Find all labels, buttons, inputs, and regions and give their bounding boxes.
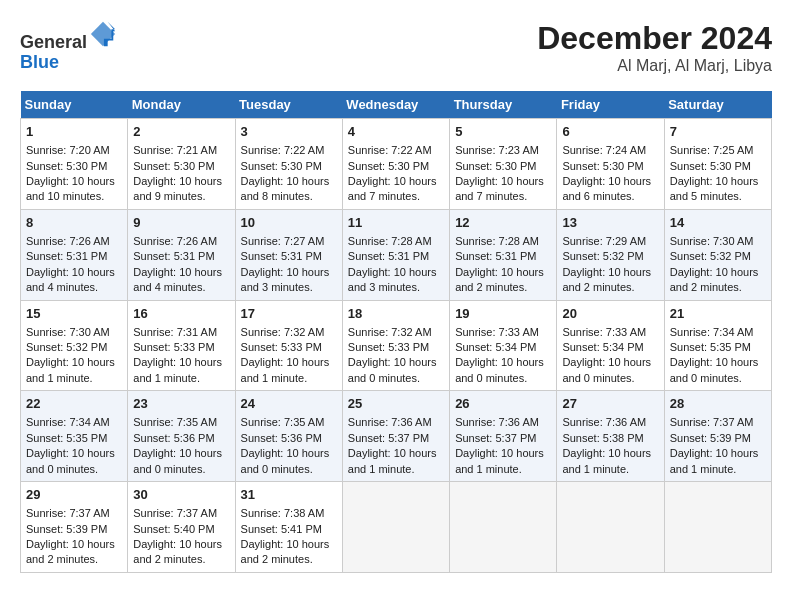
day-number: 27 bbox=[562, 395, 658, 413]
day-number: 5 bbox=[455, 123, 551, 141]
page-header: General Blue December 2024 Al Marj, Al M… bbox=[20, 20, 772, 75]
logo-blue: Blue bbox=[20, 52, 59, 72]
calendar-table: Sunday Monday Tuesday Wednesday Thursday… bbox=[20, 91, 772, 573]
day-number: 31 bbox=[241, 486, 337, 504]
day-number: 23 bbox=[133, 395, 229, 413]
logo: General Blue bbox=[20, 20, 117, 73]
day-number: 6 bbox=[562, 123, 658, 141]
day-cell: 3 Sunrise: 7:22 AMSunset: 5:30 PMDayligh… bbox=[235, 119, 342, 210]
day-cell: 30 Sunrise: 7:37 AMSunset: 5:40 PMDaylig… bbox=[128, 482, 235, 573]
day-cell: 23 Sunrise: 7:35 AMSunset: 5:36 PMDaylig… bbox=[128, 391, 235, 482]
day-number: 13 bbox=[562, 214, 658, 232]
empty-cell bbox=[557, 482, 664, 573]
day-cell: 8 Sunrise: 7:26 AMSunset: 5:31 PMDayligh… bbox=[21, 209, 128, 300]
empty-cell bbox=[342, 482, 449, 573]
day-number: 26 bbox=[455, 395, 551, 413]
day-cell: 27 Sunrise: 7:36 AMSunset: 5:38 PMDaylig… bbox=[557, 391, 664, 482]
day-number: 30 bbox=[133, 486, 229, 504]
day-cell: 15 Sunrise: 7:30 AMSunset: 5:32 PMDaylig… bbox=[21, 300, 128, 391]
empty-cell bbox=[450, 482, 557, 573]
day-cell: 19 Sunrise: 7:33 AMSunset: 5:34 PMDaylig… bbox=[450, 300, 557, 391]
day-number: 12 bbox=[455, 214, 551, 232]
header-tuesday: Tuesday bbox=[235, 91, 342, 119]
day-cell: 7 Sunrise: 7:25 AMSunset: 5:30 PMDayligh… bbox=[664, 119, 771, 210]
day-number: 16 bbox=[133, 305, 229, 323]
header-saturday: Saturday bbox=[664, 91, 771, 119]
day-cell: 4 Sunrise: 7:22 AMSunset: 5:30 PMDayligh… bbox=[342, 119, 449, 210]
empty-cell bbox=[664, 482, 771, 573]
day-number: 11 bbox=[348, 214, 444, 232]
day-cell: 11 Sunrise: 7:28 AMSunset: 5:31 PMDaylig… bbox=[342, 209, 449, 300]
day-cell: 24 Sunrise: 7:35 AMSunset: 5:36 PMDaylig… bbox=[235, 391, 342, 482]
week-row: 29 Sunrise: 7:37 AMSunset: 5:39 PMDaylig… bbox=[21, 482, 772, 573]
header-monday: Monday bbox=[128, 91, 235, 119]
day-cell: 18 Sunrise: 7:32 AMSunset: 5:33 PMDaylig… bbox=[342, 300, 449, 391]
logo-general: General bbox=[20, 32, 87, 52]
day-cell: 17 Sunrise: 7:32 AMSunset: 5:33 PMDaylig… bbox=[235, 300, 342, 391]
day-number: 1 bbox=[26, 123, 122, 141]
day-number: 29 bbox=[26, 486, 122, 504]
day-number: 24 bbox=[241, 395, 337, 413]
week-row: 22 Sunrise: 7:34 AMSunset: 5:35 PMDaylig… bbox=[21, 391, 772, 482]
day-number: 19 bbox=[455, 305, 551, 323]
day-number: 20 bbox=[562, 305, 658, 323]
day-cell: 16 Sunrise: 7:31 AMSunset: 5:33 PMDaylig… bbox=[128, 300, 235, 391]
month-title: December 2024 bbox=[537, 20, 772, 57]
day-number: 14 bbox=[670, 214, 766, 232]
day-cell: 13 Sunrise: 7:29 AMSunset: 5:32 PMDaylig… bbox=[557, 209, 664, 300]
day-cell: 21 Sunrise: 7:34 AMSunset: 5:35 PMDaylig… bbox=[664, 300, 771, 391]
day-cell: 20 Sunrise: 7:33 AMSunset: 5:34 PMDaylig… bbox=[557, 300, 664, 391]
header-wednesday: Wednesday bbox=[342, 91, 449, 119]
week-row: 8 Sunrise: 7:26 AMSunset: 5:31 PMDayligh… bbox=[21, 209, 772, 300]
day-cell: 1 Sunrise: 7:20 AMSunset: 5:30 PMDayligh… bbox=[21, 119, 128, 210]
title-block: December 2024 Al Marj, Al Marj, Libya bbox=[537, 20, 772, 75]
day-number: 25 bbox=[348, 395, 444, 413]
week-row: 15 Sunrise: 7:30 AMSunset: 5:32 PMDaylig… bbox=[21, 300, 772, 391]
logo-icon bbox=[89, 20, 117, 48]
location-title: Al Marj, Al Marj, Libya bbox=[537, 57, 772, 75]
day-cell: 25 Sunrise: 7:36 AMSunset: 5:37 PMDaylig… bbox=[342, 391, 449, 482]
day-cell: 5 Sunrise: 7:23 AMSunset: 5:30 PMDayligh… bbox=[450, 119, 557, 210]
day-number: 3 bbox=[241, 123, 337, 141]
weekday-header-row: Sunday Monday Tuesday Wednesday Thursday… bbox=[21, 91, 772, 119]
day-number: 8 bbox=[26, 214, 122, 232]
day-cell: 31 Sunrise: 7:38 AMSunset: 5:41 PMDaylig… bbox=[235, 482, 342, 573]
header-friday: Friday bbox=[557, 91, 664, 119]
day-number: 2 bbox=[133, 123, 229, 141]
day-cell: 22 Sunrise: 7:34 AMSunset: 5:35 PMDaylig… bbox=[21, 391, 128, 482]
day-cell: 2 Sunrise: 7:21 AMSunset: 5:30 PMDayligh… bbox=[128, 119, 235, 210]
day-cell: 28 Sunrise: 7:37 AMSunset: 5:39 PMDaylig… bbox=[664, 391, 771, 482]
day-cell: 6 Sunrise: 7:24 AMSunset: 5:30 PMDayligh… bbox=[557, 119, 664, 210]
day-cell: 29 Sunrise: 7:37 AMSunset: 5:39 PMDaylig… bbox=[21, 482, 128, 573]
day-number: 21 bbox=[670, 305, 766, 323]
day-number: 15 bbox=[26, 305, 122, 323]
day-cell: 9 Sunrise: 7:26 AMSunset: 5:31 PMDayligh… bbox=[128, 209, 235, 300]
day-cell: 26 Sunrise: 7:36 AMSunset: 5:37 PMDaylig… bbox=[450, 391, 557, 482]
day-number: 18 bbox=[348, 305, 444, 323]
header-thursday: Thursday bbox=[450, 91, 557, 119]
day-number: 4 bbox=[348, 123, 444, 141]
day-number: 9 bbox=[133, 214, 229, 232]
day-number: 22 bbox=[26, 395, 122, 413]
day-cell: 14 Sunrise: 7:30 AMSunset: 5:32 PMDaylig… bbox=[664, 209, 771, 300]
day-number: 10 bbox=[241, 214, 337, 232]
day-number: 17 bbox=[241, 305, 337, 323]
day-number: 7 bbox=[670, 123, 766, 141]
header-sunday: Sunday bbox=[21, 91, 128, 119]
week-row: 1 Sunrise: 7:20 AMSunset: 5:30 PMDayligh… bbox=[21, 119, 772, 210]
day-number: 28 bbox=[670, 395, 766, 413]
day-cell: 10 Sunrise: 7:27 AMSunset: 5:31 PMDaylig… bbox=[235, 209, 342, 300]
day-cell: 12 Sunrise: 7:28 AMSunset: 5:31 PMDaylig… bbox=[450, 209, 557, 300]
